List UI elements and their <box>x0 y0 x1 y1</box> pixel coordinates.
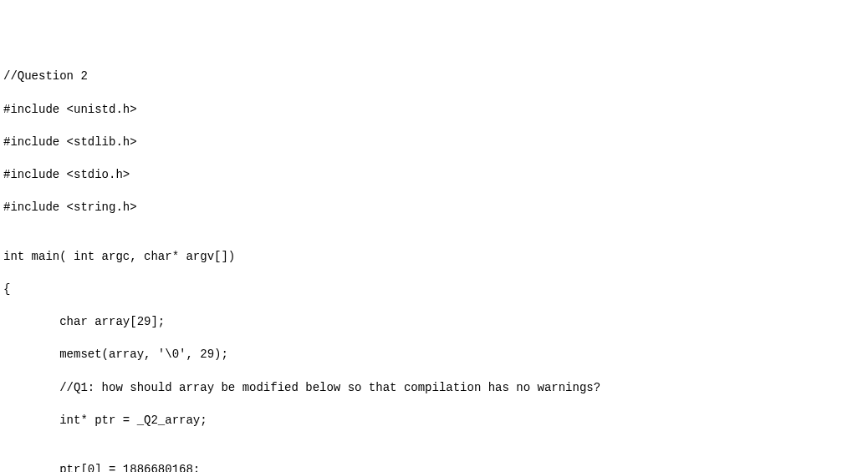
code-line: { <box>3 282 865 298</box>
code-line: #include <stdio.h> <box>3 167 865 184</box>
code-line: #include <string.h> <box>3 200 865 216</box>
code-line: #include <unistd.h> <box>3 102 865 119</box>
code-line: //Q1: how should array be modified below… <box>3 380 865 397</box>
code-line: ptr[0] = 1886680168; <box>3 462 865 472</box>
code-line: memset(array, '\0', 29); <box>3 347 865 363</box>
code-line: //Question 2 <box>3 69 865 85</box>
code-line: #include <stdlib.h> <box>3 134 865 151</box>
code-line: int main( int argc, char* argv[]) <box>3 249 865 266</box>
code-line: char array[29]; <box>3 314 865 331</box>
code-line: int* ptr = _Q2_array; <box>3 413 865 429</box>
